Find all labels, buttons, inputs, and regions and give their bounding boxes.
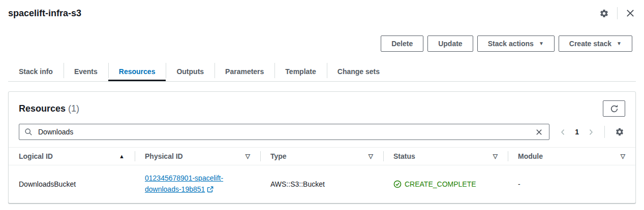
status-cell: CREATE_COMPLETE <box>383 165 508 203</box>
column-label: Module <box>518 152 543 160</box>
sort-icon: ▽ <box>369 153 373 160</box>
external-link-icon <box>207 185 213 196</box>
settings-gear-icon[interactable] <box>598 8 610 19</box>
next-page-icon[interactable] <box>587 128 595 136</box>
table-row: DownloadsBucket 012345678901-spacelift-d… <box>9 165 635 203</box>
stack-detail-tabs: Stack info Events Resources Outputs Para… <box>8 61 636 82</box>
create-stack-dropdown[interactable]: Create stack ▼ <box>559 36 632 52</box>
previous-page-icon[interactable] <box>559 128 567 136</box>
tab-resources[interactable]: Resources <box>108 61 166 81</box>
resource-search-input[interactable] <box>37 127 530 136</box>
resource-search-box <box>19 124 549 140</box>
physical-id-link[interactable]: 012345678901-spacelift-downloads-19b851 <box>145 174 223 193</box>
status-success-icon <box>393 180 402 188</box>
column-header-physical-id[interactable]: Physical ID ▽ <box>135 148 260 165</box>
tab-events[interactable]: Events <box>64 61 108 81</box>
sort-icon: ▽ <box>621 153 625 160</box>
tab-label: Outputs <box>176 67 204 76</box>
tab-label: Change sets <box>338 67 380 76</box>
resources-count: (1) <box>68 103 79 114</box>
refresh-button[interactable] <box>603 100 625 117</box>
tab-stack-info[interactable]: Stack info <box>8 61 64 81</box>
tab-parameters[interactable]: Parameters <box>214 61 274 81</box>
column-label: Type <box>270 152 287 160</box>
tab-label: Resources <box>119 67 156 76</box>
table-preferences-gear-icon[interactable] <box>614 126 625 137</box>
resources-panel-title: Resources (1) <box>19 103 79 114</box>
tab-template[interactable]: Template <box>274 61 326 81</box>
status-text: CREATE_COMPLETE <box>405 180 476 188</box>
stack-actions-label: Stack actions <box>488 40 534 48</box>
search-icon <box>24 128 33 136</box>
create-stack-label: Create stack <box>569 40 611 48</box>
top-bar: spacelift-infra-s3 <box>0 0 644 19</box>
caret-down-icon: ▼ <box>617 41 622 46</box>
tab-label: Template <box>285 67 316 76</box>
tab-change-sets[interactable]: Change sets <box>327 61 390 81</box>
stack-actions-dropdown[interactable]: Stack actions ▼ <box>477 36 555 52</box>
logical-id-cell: DownloadsBucket <box>9 165 135 203</box>
sort-icon: ▽ <box>246 153 250 160</box>
type-cell: AWS::S3::Bucket <box>260 165 383 203</box>
column-label: Physical ID <box>145 152 183 160</box>
tab-label: Parameters <box>225 67 264 76</box>
column-label: Status <box>393 152 415 160</box>
update-button-label: Update <box>438 40 462 48</box>
sort-ascending-icon: ▲ <box>119 153 125 159</box>
caret-down-icon: ▼ <box>539 41 544 46</box>
column-header-type[interactable]: Type ▽ <box>260 148 383 165</box>
column-header-status[interactable]: Status ▽ <box>383 148 508 165</box>
resources-title-text: Resources <box>19 103 66 114</box>
column-header-module[interactable]: Module ▽ <box>508 148 635 165</box>
pagination: 1 <box>559 128 595 136</box>
resources-table: Logical ID ▲ Physical ID ▽ Type ▽ <box>9 147 635 203</box>
delete-button[interactable]: Delete <box>381 36 423 52</box>
page-number[interactable]: 1 <box>575 128 579 136</box>
tab-label: Events <box>74 67 98 76</box>
table-header-row: Logical ID ▲ Physical ID ▽ Type ▽ <box>9 148 635 165</box>
resources-panel: Resources (1) 1 <box>8 91 636 203</box>
clear-search-icon[interactable] <box>534 128 544 136</box>
topbar-divider <box>617 7 618 19</box>
page-title: spacelift-infra-s3 <box>8 8 81 19</box>
column-label: Logical ID <box>19 152 53 160</box>
delete-button-label: Delete <box>391 40 413 48</box>
tab-label: Stack info <box>19 67 53 76</box>
module-cell: - <box>508 165 635 203</box>
tab-outputs[interactable]: Outputs <box>166 61 214 81</box>
stack-actions-toolbar: Delete Update Stack actions ▼ Create sta… <box>0 36 644 52</box>
sort-icon: ▽ <box>493 153 498 160</box>
refresh-icon <box>610 104 619 113</box>
update-button[interactable]: Update <box>427 36 473 52</box>
close-icon[interactable] <box>625 8 636 19</box>
controls-divider <box>604 126 605 138</box>
physical-id-cell: 012345678901-spacelift-downloads-19b851 <box>135 165 260 203</box>
column-header-logical-id[interactable]: Logical ID ▲ <box>9 148 135 165</box>
